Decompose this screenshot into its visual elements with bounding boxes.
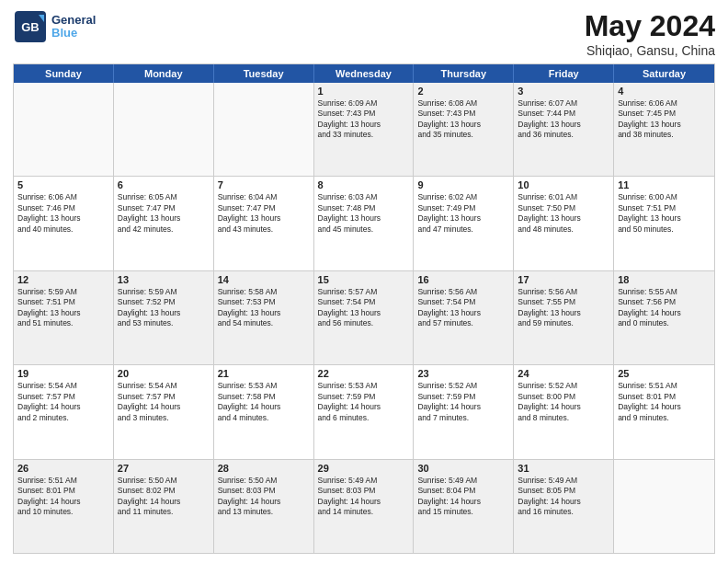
- day-number: 23: [417, 368, 509, 379]
- calendar-cell: 9Sunrise: 6:02 AM Sunset: 7:49 PM Daylig…: [414, 177, 514, 270]
- day-number: 5: [17, 179, 109, 190]
- calendar-cell: 15Sunrise: 5:57 AM Sunset: 7:54 PM Dayli…: [314, 271, 415, 364]
- day-number: 1: [318, 86, 410, 97]
- calendar-header: SundayMondayTuesdayWednesdayThursdayFrid…: [14, 64, 714, 83]
- day-info: Sunrise: 6:04 AM Sunset: 7:47 PM Dayligh…: [218, 192, 310, 235]
- day-header-sunday: Sunday: [14, 64, 114, 83]
- day-number: 11: [618, 179, 711, 190]
- calendar-row-1: 1Sunrise: 6:09 AM Sunset: 7:43 PM Daylig…: [14, 83, 714, 176]
- day-info: Sunrise: 6:06 AM Sunset: 7:45 PM Dayligh…: [618, 98, 711, 141]
- day-header-tuesday: Tuesday: [214, 64, 314, 83]
- day-number: 30: [417, 463, 509, 474]
- calendar-cell: 21Sunrise: 5:53 AM Sunset: 7:58 PM Dayli…: [214, 365, 314, 458]
- calendar-cell: 28Sunrise: 5:50 AM Sunset: 8:03 PM Dayli…: [214, 460, 314, 553]
- calendar-cell: 30Sunrise: 5:49 AM Sunset: 8:04 PM Dayli…: [414, 460, 514, 553]
- calendar: SundayMondayTuesdayWednesdayThursdayFrid…: [13, 63, 715, 554]
- day-number: 31: [518, 463, 609, 474]
- day-info: Sunrise: 5:54 AM Sunset: 7:57 PM Dayligh…: [118, 381, 210, 423]
- svg-text:GB: GB: [21, 20, 40, 34]
- day-number: 14: [218, 274, 310, 285]
- day-info: Sunrise: 5:49 AM Sunset: 8:05 PM Dayligh…: [518, 476, 609, 518]
- page: GB General Blue May 2024 Shiqiao, Gansu,…: [0, 0, 728, 563]
- day-number: 7: [218, 179, 310, 190]
- calendar-row-2: 5Sunrise: 6:06 AM Sunset: 7:46 PM Daylig…: [14, 176, 714, 270]
- calendar-cell: [614, 460, 714, 553]
- day-number: 20: [118, 368, 210, 379]
- day-number: 16: [417, 274, 509, 285]
- logo-text-blue: Blue: [51, 27, 96, 40]
- day-info: Sunrise: 5:55 AM Sunset: 7:56 PM Dayligh…: [618, 287, 711, 329]
- day-number: 13: [118, 274, 210, 285]
- day-info: Sunrise: 5:49 AM Sunset: 8:03 PM Dayligh…: [318, 476, 410, 518]
- calendar-row-5: 26Sunrise: 5:51 AM Sunset: 8:01 PM Dayli…: [14, 459, 714, 553]
- day-number: 19: [17, 368, 109, 379]
- calendar-cell: 23Sunrise: 5:52 AM Sunset: 7:59 PM Dayli…: [414, 365, 514, 458]
- day-header-saturday: Saturday: [614, 64, 714, 83]
- day-number: 27: [118, 463, 210, 474]
- day-info: Sunrise: 5:56 AM Sunset: 7:54 PM Dayligh…: [417, 287, 509, 329]
- calendar-cell: 11Sunrise: 6:00 AM Sunset: 7:51 PM Dayli…: [614, 177, 714, 270]
- calendar-cell: 12Sunrise: 5:59 AM Sunset: 7:51 PM Dayli…: [14, 271, 114, 364]
- calendar-body: 1Sunrise: 6:09 AM Sunset: 7:43 PM Daylig…: [14, 83, 714, 553]
- header: GB General Blue May 2024 Shiqiao, Gansu,…: [13, 9, 715, 58]
- day-info: Sunrise: 5:50 AM Sunset: 8:03 PM Dayligh…: [218, 476, 310, 518]
- day-info: Sunrise: 6:09 AM Sunset: 7:43 PM Dayligh…: [318, 98, 410, 141]
- logo: GB General Blue: [13, 9, 96, 44]
- day-number: 2: [417, 86, 509, 97]
- calendar-cell: 24Sunrise: 5:52 AM Sunset: 8:00 PM Dayli…: [514, 365, 614, 458]
- calendar-cell: 17Sunrise: 5:56 AM Sunset: 7:55 PM Dayli…: [514, 271, 614, 364]
- logo-text-general: General: [51, 14, 96, 27]
- day-number: 26: [17, 463, 109, 474]
- day-info: Sunrise: 5:58 AM Sunset: 7:53 PM Dayligh…: [218, 287, 310, 329]
- calendar-cell: 3Sunrise: 6:07 AM Sunset: 7:44 PM Daylig…: [514, 83, 614, 176]
- calendar-cell: 19Sunrise: 5:54 AM Sunset: 7:57 PM Dayli…: [14, 365, 114, 458]
- calendar-cell: 8Sunrise: 6:03 AM Sunset: 7:48 PM Daylig…: [314, 177, 415, 270]
- day-number: 22: [318, 368, 410, 379]
- calendar-cell: 7Sunrise: 6:04 AM Sunset: 7:47 PM Daylig…: [214, 177, 314, 270]
- calendar-cell: 2Sunrise: 6:08 AM Sunset: 7:43 PM Daylig…: [414, 83, 514, 176]
- calendar-cell: 14Sunrise: 5:58 AM Sunset: 7:53 PM Dayli…: [214, 271, 314, 364]
- calendar-cell: 18Sunrise: 5:55 AM Sunset: 7:56 PM Dayli…: [614, 271, 714, 364]
- day-number: 4: [618, 86, 711, 97]
- calendar-cell: 10Sunrise: 6:01 AM Sunset: 7:50 PM Dayli…: [514, 177, 614, 270]
- calendar-cell: 27Sunrise: 5:50 AM Sunset: 8:02 PM Dayli…: [114, 460, 214, 553]
- day-info: Sunrise: 5:59 AM Sunset: 7:52 PM Dayligh…: [118, 287, 210, 329]
- day-info: Sunrise: 6:05 AM Sunset: 7:47 PM Dayligh…: [118, 192, 210, 235]
- day-number: 15: [318, 274, 410, 285]
- day-info: Sunrise: 5:52 AM Sunset: 7:59 PM Dayligh…: [417, 381, 509, 423]
- calendar-cell: 29Sunrise: 5:49 AM Sunset: 8:03 PM Dayli…: [314, 460, 415, 553]
- day-number: 6: [118, 179, 210, 190]
- logo-icon: GB: [13, 9, 48, 44]
- day-number: 17: [518, 274, 609, 285]
- day-number: 25: [618, 368, 711, 379]
- day-number: 29: [318, 463, 410, 474]
- day-info: Sunrise: 5:53 AM Sunset: 7:58 PM Dayligh…: [218, 381, 310, 423]
- day-info: Sunrise: 5:51 AM Sunset: 8:01 PM Dayligh…: [17, 476, 109, 518]
- day-number: 28: [218, 463, 310, 474]
- day-info: Sunrise: 6:07 AM Sunset: 7:44 PM Dayligh…: [518, 98, 609, 141]
- calendar-cell: [214, 83, 314, 176]
- calendar-cell: 6Sunrise: 6:05 AM Sunset: 7:47 PM Daylig…: [114, 177, 214, 270]
- day-info: Sunrise: 5:54 AM Sunset: 7:57 PM Dayligh…: [17, 381, 109, 423]
- calendar-cell: [114, 83, 214, 176]
- day-info: Sunrise: 5:51 AM Sunset: 8:01 PM Dayligh…: [618, 381, 711, 423]
- day-info: Sunrise: 6:02 AM Sunset: 7:49 PM Dayligh…: [417, 192, 509, 235]
- title-block: May 2024 Shiqiao, Gansu, China: [585, 9, 715, 58]
- calendar-cell: 26Sunrise: 5:51 AM Sunset: 8:01 PM Dayli…: [14, 460, 114, 553]
- day-number: 18: [618, 274, 711, 285]
- day-info: Sunrise: 5:56 AM Sunset: 7:55 PM Dayligh…: [518, 287, 609, 329]
- day-info: Sunrise: 5:52 AM Sunset: 8:00 PM Dayligh…: [518, 381, 609, 423]
- month-title: May 2024: [585, 9, 715, 43]
- day-number: 9: [417, 179, 509, 190]
- day-info: Sunrise: 6:01 AM Sunset: 7:50 PM Dayligh…: [518, 192, 609, 235]
- day-header-monday: Monday: [114, 64, 214, 83]
- calendar-cell: [14, 83, 114, 176]
- calendar-cell: 13Sunrise: 5:59 AM Sunset: 7:52 PM Dayli…: [114, 271, 214, 364]
- day-info: Sunrise: 6:06 AM Sunset: 7:46 PM Dayligh…: [17, 192, 109, 235]
- calendar-cell: 16Sunrise: 5:56 AM Sunset: 7:54 PM Dayli…: [414, 271, 514, 364]
- calendar-cell: 31Sunrise: 5:49 AM Sunset: 8:05 PM Dayli…: [514, 460, 614, 553]
- day-number: 10: [518, 179, 609, 190]
- calendar-cell: 22Sunrise: 5:53 AM Sunset: 7:59 PM Dayli…: [314, 365, 415, 458]
- day-number: 24: [518, 368, 609, 379]
- day-info: Sunrise: 6:03 AM Sunset: 7:48 PM Dayligh…: [318, 192, 410, 235]
